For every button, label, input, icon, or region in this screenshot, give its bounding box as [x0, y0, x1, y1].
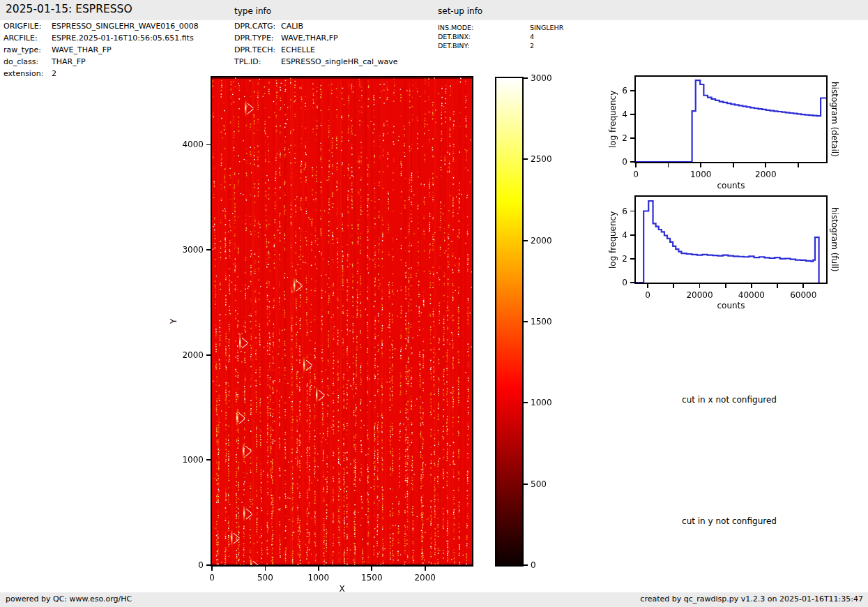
y-tick [630, 161, 634, 163]
x-tick-label: 40000 [731, 290, 772, 301]
info-value: THAR_FP [52, 57, 86, 66]
histogram-detail-axes-box [634, 75, 828, 163]
y-tick-label: 0 [169, 560, 204, 571]
x-tick [635, 163, 637, 167]
colorbar-tick [524, 240, 528, 241]
x-tick [371, 567, 372, 571]
x-tick-label: 2000 [404, 572, 446, 583]
info-value: 2 [52, 69, 56, 78]
info-row: TPL.ID:ESPRESSO_singleHR_cal_wave [234, 56, 398, 68]
colorbar-tick [524, 564, 528, 566]
x-tick-label: 500 [244, 572, 286, 583]
x-tick-label: 1000 [680, 169, 722, 180]
y-tick [206, 249, 211, 250]
cut-in-x-annotation: cut in x not configured [625, 395, 834, 405]
x-tick-label: 1000 [298, 572, 340, 583]
setup-info-heading: set-up info [438, 6, 482, 16]
y-tick-label: 4000 [169, 139, 204, 150]
colorbar-tick [524, 321, 528, 322]
cut-in-y-annotation: cut in y not configured [625, 516, 834, 526]
info-label: INS.MODE: [438, 23, 530, 32]
y-tick [206, 459, 211, 460]
x-tick-label: 1500 [351, 572, 393, 583]
info-row: INS.MODE:SINGLEHR [438, 23, 563, 32]
x-tick [700, 163, 701, 167]
x-tick [777, 284, 778, 288]
x-tick [647, 284, 648, 288]
x-tick-label: 20000 [678, 290, 720, 301]
info-row: DET.BINY:2 [438, 41, 534, 50]
x-tick [265, 567, 266, 571]
x-tick [673, 284, 674, 288]
info-label: do_class: [3, 56, 52, 68]
histogram-full-axes-box [634, 195, 828, 284]
info-value: 2 [530, 42, 534, 50]
info-label: DET.BINY: [438, 41, 530, 50]
info-row: raw_type:WAVE_THAR_FP [3, 44, 112, 56]
colorbar-tick [524, 402, 528, 403]
colorbar-tick [524, 77, 528, 79]
x-tick [802, 284, 804, 288]
info-label: DPR.TECH: [234, 44, 281, 56]
info-row: extension:2 [3, 68, 56, 80]
info-label: TPL.ID: [234, 56, 281, 68]
raw-frame-axes-box [211, 76, 473, 567]
y-tick [206, 144, 211, 146]
x-tick [211, 567, 213, 571]
page-title: 2025-01-15: ESPRESSO [6, 3, 132, 15]
info-row: ORIGFILE:ESPRESSO_SINGLEHR_WAVE016_0008 [3, 20, 199, 32]
x-tick [798, 163, 799, 167]
info-row: DPR.TYPE:WAVE,THAR,FP [234, 32, 338, 44]
colorbar-tick-label: 0 [531, 560, 572, 571]
x-tick [318, 567, 319, 571]
info-row: DPR.TECH:ECHELLE [234, 44, 315, 56]
y-tick-label: 1000 [169, 454, 204, 465]
info-label: DPR.CATG: [234, 20, 281, 32]
info-label: DET.BINX: [438, 32, 530, 41]
info-value: ESPRESSO_singleHR_cal_wave [281, 57, 398, 66]
qc-report-page: 2025-01-15: ESPRESSO type info set-up in… [0, 0, 868, 607]
y-tick-label: 4 [593, 230, 627, 241]
x-tick [725, 284, 726, 288]
y-tick [630, 114, 634, 115]
colorbar-box [495, 77, 524, 567]
y-tick [206, 564, 211, 566]
y-tick-label: 4 [593, 109, 627, 120]
y-tick [630, 282, 634, 283]
colorbar-tick-label: 1000 [531, 397, 572, 408]
footer-left-text: powered by QC: www.eso.org/HC [6, 594, 132, 604]
raw-frame-ylabel: Y [169, 77, 178, 565]
info-label: extension: [3, 68, 52, 80]
info-value: ECHELLE [281, 45, 315, 54]
colorbar-tick [524, 484, 528, 485]
y-tick [206, 354, 211, 356]
x-tick [699, 284, 701, 288]
y-tick [630, 234, 634, 236]
info-row: ARCFILE:ESPRE.2025-01-16T10:56:05.651.fi… [3, 32, 194, 44]
info-value: SINGLEHR [530, 24, 563, 31]
info-value: CALIB [281, 22, 303, 31]
x-tick [668, 163, 669, 167]
colorbar-tick-label: 1500 [531, 316, 572, 327]
footer-right-text: created by qc_rawdisp.py v1.2.3 on 2025-… [640, 594, 863, 604]
x-tick-label: 0 [615, 169, 657, 180]
info-value: ESPRESSO_SINGLEHR_WAVE016_0008 [52, 22, 199, 31]
histogram-full-right-label: histogram (full) [830, 197, 839, 283]
info-row: DET.BINX:4 [438, 32, 534, 41]
info-value: 4 [530, 33, 534, 40]
histogram-detail-xlabel: counts [636, 181, 826, 190]
y-tick [630, 137, 634, 139]
info-row: DPR.CATG:CALIB [234, 20, 303, 32]
y-tick-label: 0 [593, 156, 627, 167]
info-value: WAVE_THAR_FP [52, 45, 112, 54]
y-tick-label: 6 [593, 206, 627, 217]
x-tick [733, 163, 734, 167]
histogram-detail-right-label: histogram (detail) [830, 77, 839, 162]
colorbar-tick-label: 500 [531, 479, 572, 490]
info-label: raw_type: [3, 44, 52, 56]
y-tick [630, 211, 634, 212]
x-tick-label: 2000 [745, 169, 786, 180]
colorbar-tick-label: 3000 [531, 73, 572, 84]
y-tick [630, 90, 634, 91]
y-tick-label: 6 [593, 85, 627, 96]
